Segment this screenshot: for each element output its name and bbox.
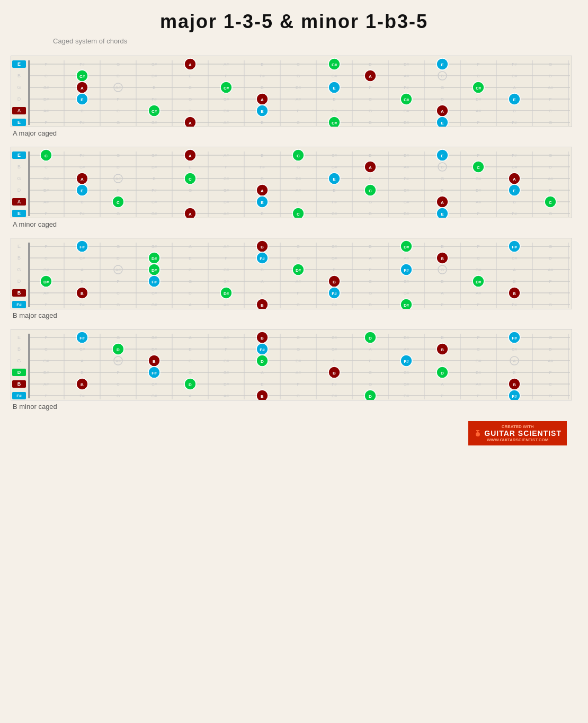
svg-text:A: A [513, 267, 516, 272]
svg-text:G#: G# [152, 302, 157, 307]
svg-text:A#: A# [476, 200, 481, 204]
svg-text:G: G [297, 74, 300, 78]
svg-text:F#: F# [512, 394, 517, 399]
svg-text:C: C [44, 256, 48, 261]
svg-text:F#: F# [79, 62, 85, 67]
svg-text:C: C [189, 177, 192, 182]
svg-text:G#: G# [332, 74, 337, 78]
svg-text:F#: F# [332, 382, 337, 387]
svg-text:G#: G# [332, 256, 337, 261]
svg-text:F: F [45, 244, 48, 249]
svg-text:E: E [333, 267, 335, 272]
svg-text:F: F [549, 279, 552, 284]
svg-text:G: G [369, 291, 372, 296]
svg-text:A#: A# [224, 394, 229, 398]
svg-text:A#: A# [115, 359, 121, 363]
svg-text:A#: A# [224, 211, 229, 216]
svg-text:D#: D# [43, 370, 49, 375]
svg-text:A: A [513, 359, 516, 363]
a-minor-fretboard: F F# G G# A A# B C C# D D# E F F# G C C#… [11, 147, 572, 218]
svg-text:B: B [17, 290, 21, 296]
a-major-fretboard: F F# G G# A A# B C C# D D# E F F# G C C#… [11, 56, 572, 127]
svg-text:B: B [261, 394, 264, 399]
svg-text:A: A [261, 370, 264, 375]
svg-text:F#: F# [512, 153, 517, 158]
svg-text:C#: C# [152, 291, 157, 296]
svg-text:B: B [17, 381, 21, 387]
svg-text:E: E [441, 244, 443, 249]
svg-text:B: B [17, 73, 21, 78]
svg-text:G: G [369, 200, 372, 204]
svg-text:F: F [45, 211, 48, 216]
svg-text:G#: G# [476, 176, 482, 181]
svg-text:D#: D# [404, 153, 409, 158]
svg-text:G#: G# [332, 165, 337, 169]
b-major-label: B major caged [13, 311, 577, 319]
svg-text:A: A [81, 86, 84, 91]
svg-text:C#: C# [79, 347, 85, 352]
svg-text:G#: G# [224, 370, 229, 375]
svg-text:F: F [477, 394, 480, 398]
svg-text:B: B [441, 74, 443, 78]
svg-text:F: F [297, 291, 300, 296]
svg-text:F: F [45, 302, 48, 307]
svg-rect-6 [28, 60, 30, 125]
svg-text:F#: F# [152, 280, 157, 284]
svg-text:C: C [117, 109, 120, 113]
svg-text:A: A [17, 108, 21, 113]
svg-text:G: G [17, 267, 21, 272]
svg-text:A: A [81, 267, 84, 272]
svg-rect-167 [28, 151, 30, 216]
svg-text:F: F [549, 188, 552, 193]
svg-text:F: F [477, 120, 480, 125]
svg-text:G#: G# [224, 97, 229, 102]
svg-text:D#: D# [152, 165, 157, 169]
svg-text:B: B [81, 382, 84, 387]
svg-text:F#: F# [404, 176, 409, 181]
svg-text:D#: D# [152, 256, 157, 261]
svg-text:G#: G# [404, 109, 409, 113]
svg-text:G#: G# [43, 359, 49, 363]
svg-text:F: F [45, 335, 48, 340]
svg-text:C: C [369, 97, 372, 102]
svg-text:D: D [369, 244, 372, 249]
svg-text:D: D [369, 336, 372, 341]
svg-text:C#: C# [152, 382, 157, 387]
svg-text:F: F [369, 85, 372, 90]
svg-text:G#: G# [152, 120, 157, 125]
svg-text:B: B [261, 153, 263, 158]
svg-text:G#: G# [404, 291, 409, 296]
svg-text:A: A [441, 109, 444, 114]
svg-text:D#: D# [152, 268, 157, 273]
svg-text:B: B [81, 291, 84, 296]
svg-text:A: A [189, 335, 192, 340]
svg-text:C: C [117, 200, 120, 205]
svg-text:C#: C# [404, 279, 409, 284]
svg-text:G#: G# [43, 176, 49, 181]
svg-text:E: E [261, 109, 264, 114]
svg-text:D: D [369, 120, 372, 125]
svg-text:E: E [513, 279, 515, 284]
svg-text:F#: F# [16, 302, 22, 307]
svg-text:G: G [117, 244, 120, 249]
svg-text:D#: D# [476, 280, 482, 284]
svg-text:A#: A# [404, 256, 409, 261]
svg-text:F: F [477, 153, 480, 158]
svg-text:D#: D# [152, 347, 157, 352]
svg-text:E: E [441, 63, 444, 67]
svg-text:B: B [153, 359, 156, 364]
svg-text:E: E [189, 347, 191, 352]
svg-text:B: B [153, 176, 155, 181]
svg-text:C#: C# [224, 359, 229, 363]
svg-text:F: F [369, 267, 372, 272]
svg-text:C: C [297, 302, 300, 307]
svg-text:E: E [81, 279, 83, 284]
svg-text:C: C [369, 189, 372, 193]
svg-text:F: F [225, 165, 228, 169]
svg-text:C#: C# [79, 256, 85, 261]
svg-text:D#: D# [43, 280, 49, 284]
svg-text:G: G [189, 279, 192, 284]
svg-text:A#: A# [548, 85, 553, 90]
svg-text:C#: C# [332, 244, 337, 249]
logo-brand: GUITAR SCIENTIST [484, 429, 562, 438]
